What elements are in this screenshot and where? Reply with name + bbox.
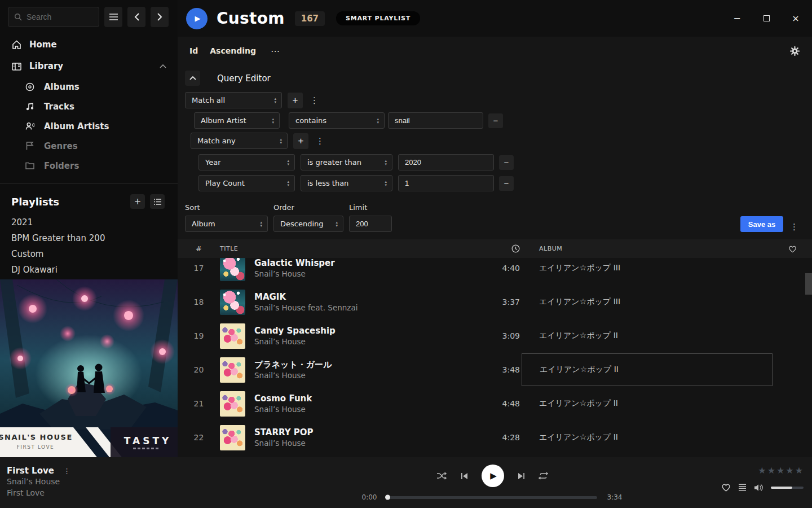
volume-slider[interactable] — [771, 487, 804, 489]
playlist-item[interactable]: 2021 — [0, 214, 178, 230]
chevron-up-icon[interactable] — [160, 64, 166, 68]
next-track-button[interactable] — [518, 472, 525, 480]
playlist-item[interactable]: Custom — [0, 246, 178, 262]
track-row[interactable]: 18 MAGIK Snail’s House feat. Sennzai 3:3… — [178, 285, 812, 319]
add-playlist-button[interactable]: + — [130, 194, 145, 209]
sidebar-item-tracks[interactable]: Tracks — [0, 97, 178, 116]
search-input[interactable] — [27, 12, 93, 21]
collapse-query-editor-button[interactable] — [185, 71, 200, 86]
star-icon[interactable]: ★ — [785, 465, 794, 476]
save-as-button[interactable]: Save as — [740, 216, 783, 232]
track-album: エイリアン☆ポップ II — [522, 387, 773, 420]
rule-field-select[interactable]: Play Count▴▾ — [198, 175, 295, 191]
sidebar-item-genres[interactable]: Genres — [0, 136, 178, 156]
search-box[interactable] — [8, 7, 99, 27]
duration-clock-icon[interactable] — [479, 244, 522, 253]
rule-field-select[interactable]: Year▴▾ — [198, 154, 295, 170]
close-button[interactable]: × — [788, 11, 804, 27]
sidebar-item-label: Home — [29, 40, 57, 50]
menu-button[interactable] — [104, 7, 122, 27]
rule-field-select[interactable]: Album Artist▴▾ — [194, 112, 280, 129]
sidebar-item-album-artists[interactable]: Album Artists — [0, 116, 178, 136]
sort-select[interactable]: Album▴▾ — [185, 216, 268, 232]
star-icon[interactable]: ★ — [767, 465, 776, 476]
match-select[interactable]: Match any▴▾ — [191, 133, 288, 149]
star-icon[interactable]: ★ — [776, 465, 785, 476]
rule-value-input[interactable] — [388, 112, 483, 129]
sidebar-item-albums[interactable]: Albums — [0, 77, 178, 97]
rule-operator-select[interactable]: contains▴▾ — [289, 112, 385, 129]
rule-operator-select[interactable]: is greater than▴▾ — [301, 154, 392, 170]
previous-track-button[interactable] — [461, 472, 468, 480]
playlist-item[interactable]: BPM Greater than 200 — [0, 230, 178, 246]
seek-handle[interactable] — [385, 495, 390, 500]
track-number: 20 — [178, 365, 220, 374]
save-menu-button[interactable]: ⋮ — [785, 222, 803, 232]
shuffle-button[interactable] — [436, 472, 447, 480]
star-icon[interactable]: ★ — [795, 465, 804, 476]
column-favorite-icon[interactable] — [773, 245, 812, 253]
seek-bar[interactable] — [387, 496, 597, 499]
settings-gear-icon[interactable] — [790, 46, 800, 56]
rule-operator-select[interactable]: is less than▴▾ — [301, 175, 392, 191]
remove-rule-button[interactable]: − — [488, 113, 503, 128]
now-playing-info: First Love ⋮ Snail’s House First Love — [0, 457, 271, 508]
more-options-button[interactable]: ⋯ — [271, 46, 280, 56]
column-title[interactable]: TITLE — [220, 245, 479, 252]
playlist-view-button[interactable] — [150, 194, 165, 209]
forward-button[interactable] — [151, 7, 169, 27]
group-menu-button[interactable]: ⋮ — [316, 136, 324, 146]
track-duration: 3:37 — [479, 297, 522, 306]
column-album[interactable]: ALBUM — [522, 245, 773, 252]
group-menu-button[interactable]: ⋮ — [310, 95, 319, 106]
track-number: 21 — [178, 399, 220, 408]
sidebar-item-library[interactable]: Library — [0, 55, 178, 77]
track-row[interactable]: 21 Cosmo Funk Snail’s House 4:48 エイリアン☆ポ… — [178, 387, 812, 421]
order-select[interactable]: Descending▴▾ — [273, 216, 343, 232]
player-bar: First Love ⋮ Snail’s House First Love ▶ — [0, 457, 812, 508]
back-button[interactable] — [127, 7, 145, 27]
track-row[interactable]: 19 Candy Spaceship Snail’s House 3:09 エイ… — [178, 319, 812, 353]
match-select[interactable]: Match all▴▾ — [185, 92, 282, 108]
queue-icon[interactable] — [738, 484, 747, 491]
play-playlist-button[interactable]: ▶ — [186, 8, 208, 29]
query-rule: Album Artist▴▾ contains▴▾ − — [194, 112, 812, 129]
sidebar-item-folders[interactable]: Folders — [0, 156, 178, 176]
track-row[interactable]: 17 Galactic Whisper Snail’s House 4:40 エ… — [178, 258, 812, 285]
vertical-scrollbar[interactable] — [805, 273, 812, 295]
rule-value-input[interactable] — [398, 154, 494, 170]
favorite-heart-icon[interactable] — [721, 483, 731, 492]
playlist-header: ▶ Custom 167 SMART PLAYLIST − × — [178, 0, 812, 37]
now-playing-menu-button[interactable]: ⋮ — [63, 467, 70, 475]
remove-rule-button[interactable]: − — [499, 155, 514, 170]
minimize-button[interactable]: − — [729, 11, 745, 27]
rating-stars[interactable]: ★★★★★ — [713, 465, 804, 476]
now-playing-album-art[interactable]: SNAIL'S HOUSE FIRST LOVE TASTY — [0, 279, 178, 457]
sort-field-button[interactable]: Id — [189, 46, 198, 55]
albums-icon — [25, 82, 35, 91]
repeat-button[interactable] — [539, 472, 548, 480]
track-duration: 3:09 — [479, 331, 522, 340]
volume-icon[interactable] — [754, 484, 764, 492]
track-album: エイリアン☆ポップ II — [522, 353, 773, 386]
playlist-item[interactable]: DJ Okawari — [0, 262, 178, 278]
column-number[interactable]: # — [178, 244, 220, 253]
maximize-button[interactable] — [758, 11, 774, 27]
play-pause-button[interactable]: ▶ — [482, 465, 504, 487]
remove-rule-button[interactable]: − — [499, 176, 514, 191]
add-rule-button[interactable]: + — [288, 93, 303, 108]
home-icon — [11, 40, 21, 49]
track-row[interactable]: 22 STARRY POP Snail’s House 4:28 エイリアン☆ポ… — [178, 421, 812, 454]
track-album-art — [220, 323, 245, 349]
track-album-art — [220, 425, 245, 450]
track-duration: 4:48 — [479, 399, 522, 408]
add-rule-button[interactable]: + — [293, 133, 308, 149]
track-artist: Snail’s House — [254, 336, 336, 347]
star-icon[interactable]: ★ — [758, 465, 766, 476]
track-row[interactable]: 20 プラネット・ガール Snail’s House 3:48 エイリアン☆ポッ… — [178, 353, 812, 387]
rule-value-input[interactable] — [398, 175, 494, 191]
limit-input[interactable] — [349, 216, 392, 232]
sidebar-item-home[interactable]: Home — [0, 34, 178, 55]
match-group-2: Match any▴▾ + ⋮ — [191, 133, 812, 149]
sort-direction-button[interactable]: Ascending — [210, 46, 256, 55]
